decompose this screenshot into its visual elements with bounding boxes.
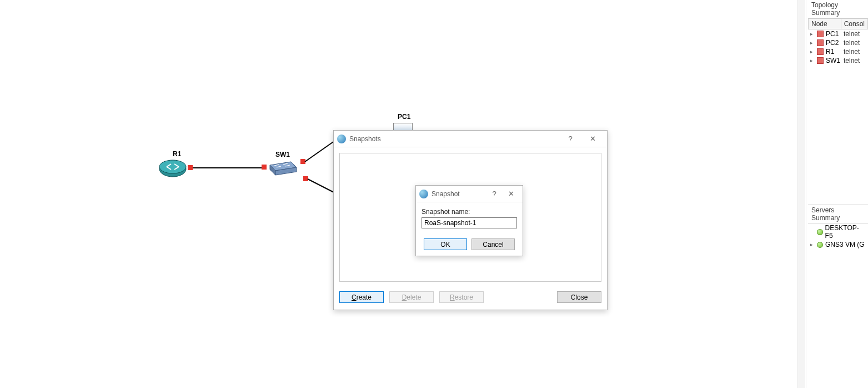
status-stopped-icon [817,39,824,46]
topology-row[interactable]: ▸ R1 telnet [808,47,868,56]
snapshots-titlebar[interactable]: Snapshots ? ✕ [334,131,607,147]
snapshot-name-titlebar[interactable]: Snapshot ? ✕ [416,186,523,202]
side-panels: Topology Summary Node Consol ▸ PC1 telne… [806,0,868,388]
status-stopped-icon [817,48,824,55]
snapshot-name-dialog: Snapshot ? ✕ Snapshot name: OK Cancel [415,185,523,256]
expand-icon[interactable]: ▸ [810,58,815,63]
status-running-icon [817,242,823,248]
close-icon[interactable]: ✕ [503,186,519,202]
server-row[interactable]: ▸ DESKTOP-F5 [808,223,868,240]
snapshot-name-title: Snapshot [432,190,486,198]
topology-node-name: PC2 [826,39,841,47]
ok-button[interactable]: OK [424,238,467,250]
topology-summary-panel: Topology Summary Node Consol ▸ PC1 telne… [808,0,868,65]
help-button[interactable]: ? [486,186,503,202]
topology-row[interactable]: ▸ PC2 telnet [808,38,868,47]
gns3-icon [419,190,428,198]
svg-point-1 [159,160,186,173]
topology-node-conn: telnet [844,39,860,47]
link-r1-sw1[interactable] [193,167,262,168]
expand-icon[interactable]: ▸ [810,40,815,46]
expand-icon[interactable]: ▸ [810,49,815,54]
server-name: DESKTOP-F5 [825,224,866,240]
topology-node-name: SW1 [826,57,841,64]
topology-node-conn: telnet [844,57,860,64]
server-name: GNS3 VM (G [825,241,865,248]
restore-button: Restore [439,291,484,303]
expand-icon[interactable]: ▸ [810,242,815,247]
link-sw1-pc1[interactable] [304,141,334,162]
snapshots-title: Snapshots [349,135,559,143]
topology-row[interactable]: ▸ SW1 telnet [808,56,868,65]
topology-node-conn: telnet [844,30,860,38]
status-running-icon [817,229,823,235]
status-stopped-icon [817,57,824,64]
delete-button: Delete [389,291,434,303]
server-row[interactable]: ▸ GNS3 VM (G [808,240,868,249]
snapshot-name-label: Snapshot name: [422,208,517,216]
expand-icon[interactable]: ▸ [810,31,815,37]
create-button[interactable]: Create [339,291,384,303]
servers-summary-title: Servers Summary [808,205,868,223]
close-button[interactable]: Close [557,291,601,303]
status-stopped-icon [817,31,824,37]
topology-header[interactable]: Node Consol [808,18,868,29]
snapshot-name-input[interactable] [422,217,517,228]
col-node[interactable]: Node [809,19,841,29]
col-console[interactable]: Consol [841,19,867,29]
node-label-pc1: PC1 [398,113,410,121]
topology-summary-title: Topology Summary [808,0,868,18]
servers-summary-panel: Servers Summary ▸ DESKTOP-F5 ▸ GNS3 VM (… [808,205,868,249]
close-icon[interactable]: ✕ [581,131,604,147]
router-icon[interactable] [159,159,187,177]
cancel-button[interactable]: Cancel [471,238,515,250]
port-indicator [188,165,193,170]
topology-row[interactable]: ▸ PC1 telnet [808,29,868,38]
help-button[interactable]: ? [559,131,581,147]
scrollbar-vertical[interactable] [797,0,805,388]
topology-node-name: PC1 [826,30,841,38]
node-label-sw1: SW1 [275,151,290,158]
topology-node-conn: telnet [844,48,860,56]
switch-icon[interactable] [267,158,297,176]
topology-node-name: R1 [826,48,841,56]
node-label-r1: R1 [173,150,181,158]
gns3-icon [337,135,346,143]
port-indicator [262,165,267,170]
